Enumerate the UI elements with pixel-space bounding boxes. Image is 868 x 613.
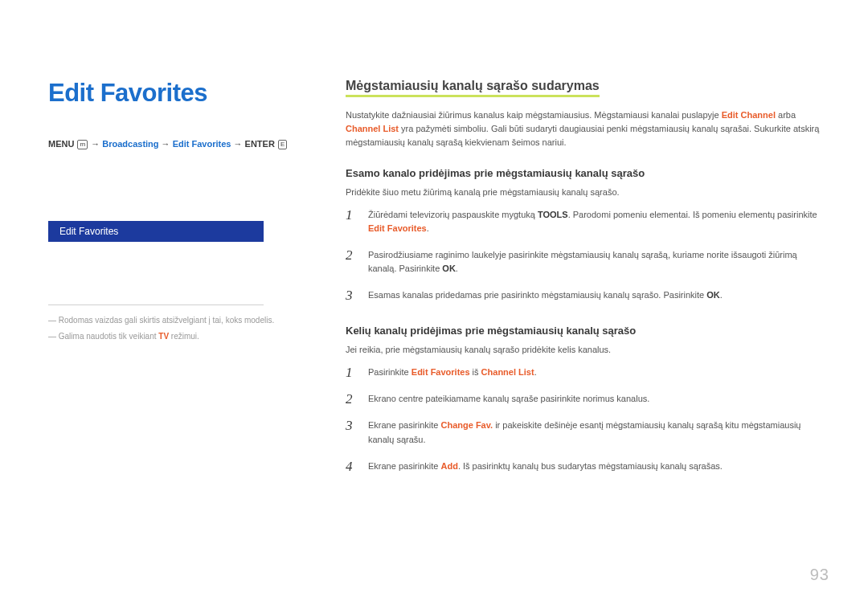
step-number: 3	[346, 419, 358, 446]
footnote-2: ― Galima naudotis tik veikiant TV režimu…	[48, 329, 307, 344]
breadcrumb: MENU m → Broadcasting → Edit Favorites →…	[48, 138, 307, 150]
sub2-heading: Kelių kanalų pridėjimas prie mėgstamiaus…	[346, 325, 821, 337]
step-text: Ekrano centre pateikiamame kanalų sąraše…	[368, 392, 649, 406]
step-number: 2	[346, 248, 358, 276]
divider	[48, 304, 264, 305]
left-column: Edit Favorites MENU m → Broadcasting → E…	[48, 79, 307, 496]
step-text: Žiūrėdami televizorių paspauskite mygtuk…	[368, 208, 821, 235]
breadcrumb-enter: ENTER	[245, 139, 275, 149]
sub1-step-3: 3 Esamas kanalas pridedamas prie pasirin…	[346, 288, 821, 302]
page-number: 93	[810, 566, 829, 584]
step-number: 1	[346, 208, 358, 235]
intro-text: Nustatykite dažniausiai žiūrimus kanalus…	[346, 108, 821, 149]
right-column: Mėgstamiausių kanalų sąrašo sudarymas Nu…	[346, 79, 829, 496]
breadcrumb-menu: MENU	[48, 139, 74, 149]
breadcrumb-seg2: Edit Favorites	[173, 139, 231, 149]
section-title-wrap: Mėgstamiausių kanalų sąrašo sudarymas	[346, 79, 821, 108]
sub2-step-2: 2 Ekrano centre pateikiamame kanalų sąra…	[346, 392, 821, 406]
sub1-step-2: 2 Pasirodžiusiame raginimo laukelyje pas…	[346, 248, 821, 276]
step-number: 4	[346, 460, 358, 473]
section-title: Mėgstamiausių kanalų sąrašo sudarymas	[346, 79, 600, 97]
menu-item-edit-favorites[interactable]: Edit Favorites	[48, 221, 264, 242]
footnote-2-pre: ― Galima naudotis tik veikiant	[48, 332, 158, 341]
footnotes: ― Rodomas vaizdas gali skirtis atsižvelg…	[48, 313, 307, 344]
footnote-2-post: režimui.	[169, 332, 199, 341]
intro-hl2: Channel List	[346, 124, 399, 133]
sub1-steps: 1 Žiūrėdami televizorių paspauskite mygt…	[346, 208, 821, 302]
sub2-step-1: 1 Pasirinkite Edit Favorites iš Channel …	[346, 366, 821, 379]
step-text: Esamas kanalas pridedamas prie pasirinkt…	[368, 288, 723, 302]
sub1-intro: Pridėkite šiuo metu žiūrimą kanalą prie …	[346, 187, 821, 197]
step-text: Ekrane pasirinkite Change Fav. ir pakeis…	[368, 419, 821, 446]
intro-pre: Nustatykite dažniausiai žiūrimus kanalus…	[346, 110, 722, 120]
sub2-step-4: 4 Ekrane pasirinkite Add. Iš pasirinktų …	[346, 460, 821, 473]
footnote-2-hl: TV	[158, 332, 169, 341]
sub2-step-3: 3 Ekrane pasirinkite Change Fav. ir pake…	[346, 419, 821, 446]
intro-mid: arba	[776, 110, 796, 120]
step-number: 3	[346, 288, 358, 302]
step-text: Pasirodžiusiame raginimo laukelyje pasir…	[368, 248, 821, 276]
step-number: 1	[346, 366, 358, 379]
page-root: Edit Favorites MENU m → Broadcasting → E…	[0, 0, 868, 496]
sub2-intro: Jei reikia, prie mėgstamiausių kanalų są…	[346, 345, 821, 354]
sub1-step-1: 1 Žiūrėdami televizorių paspauskite mygt…	[346, 208, 821, 235]
page-title: Edit Favorites	[48, 79, 307, 108]
step-text: Ekrane pasirinkite Add. Iš pasirinktų ka…	[368, 460, 723, 473]
menu-icon: m	[77, 140, 88, 149]
intro-post: yra pažymėti simboliu. Gali būti sudaryt…	[346, 124, 819, 147]
sub1-heading: Esamo kanalo pridėjimas prie mėgstamiaus…	[346, 167, 821, 179]
sub2-steps: 1 Pasirinkite Edit Favorites iš Channel …	[346, 366, 821, 472]
step-number: 2	[346, 392, 358, 406]
breadcrumb-seg1: Broadcasting	[102, 139, 158, 149]
enter-icon: E	[278, 140, 287, 149]
footnote-1: ― Rodomas vaizdas gali skirtis atsižvelg…	[48, 313, 307, 328]
step-text: Pasirinkite Edit Favorites iš Channel Li…	[368, 366, 537, 379]
intro-hl1: Edit Channel	[722, 110, 776, 120]
